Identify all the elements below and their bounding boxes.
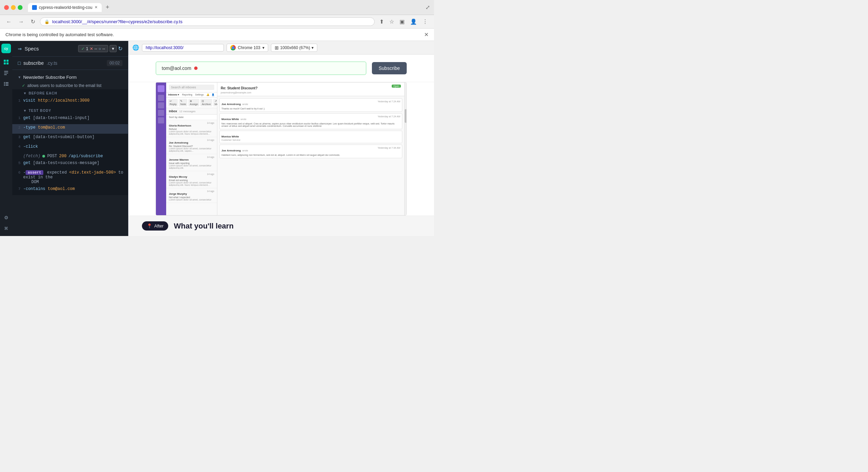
tab-title: cypress-realworld-testing-cou xyxy=(39,5,92,10)
sidebar-toggle-button[interactable]: ▣ xyxy=(397,17,407,26)
email-sender: Joe Armstrong xyxy=(169,141,188,144)
email-sender: Jorge Murphy xyxy=(169,192,187,195)
inbox-title: Inbox xyxy=(169,109,177,113)
email-nav-item[interactable] xyxy=(158,95,164,101)
email-preview: Lorem ipsum dolor sit amet, consectetur xyxy=(169,198,214,201)
cypress-panel: ⇒ Specs ✓ 1 ✕ -- ○ -- ▾ ↻ □ xyxy=(12,41,128,236)
line-number: 7 xyxy=(15,187,20,191)
app-url-bar[interactable]: http://localhost:3000/ xyxy=(142,44,224,51)
fetch-url: /api/subscribe xyxy=(69,154,103,159)
email-sender: Gladys Mccoy xyxy=(169,175,187,178)
active-tab[interactable]: cypress-realworld-testing-cou ✕ xyxy=(28,3,102,12)
email-time: 14 ago xyxy=(207,122,214,124)
email-list-item[interactable]: Gladys Mccoy14 ago Email not working Lor… xyxy=(166,171,217,188)
share-button[interactable]: ⬆ xyxy=(377,17,386,26)
new-tab-button[interactable]: + xyxy=(103,2,112,12)
avatar-icon[interactable]: 👤 xyxy=(212,93,215,96)
profile-button[interactable]: 👤 xyxy=(408,17,419,26)
email-subject: Refund xyxy=(169,128,214,130)
sidebar-item-keyboard[interactable]: ⌘ xyxy=(1,224,11,233)
svg-rect-2 xyxy=(4,62,6,64)
before-each-toggle-icon: ▼ xyxy=(23,91,27,95)
email-list-item[interactable]: Gloria Robertson14 ago Refund Lorem ipsu… xyxy=(166,120,217,137)
back-button[interactable]: ← xyxy=(4,17,14,26)
sidebar-item-dashboard[interactable] xyxy=(1,57,11,67)
keyword-click: -click xyxy=(23,144,38,149)
email-preview: Lorem ipsum dolor sit amet, consectetur … xyxy=(169,147,214,152)
email-subject: Issue with reporting xyxy=(169,162,214,164)
app-url-text: http://localhost:3000/ xyxy=(146,45,184,50)
settings-nav[interactable]: Settings xyxy=(195,93,204,96)
close-window-button[interactable] xyxy=(4,5,9,10)
refresh-tests-button[interactable]: ↻ xyxy=(118,45,122,52)
after-badge: 📍 After xyxy=(142,221,168,231)
sidebar-item-specs[interactable] xyxy=(1,68,11,78)
reply-button[interactable]: ↩ Reply xyxy=(168,99,178,106)
sort-label: Sort by date xyxy=(166,115,217,120)
info-bar-close-button[interactable]: ✕ xyxy=(424,31,429,38)
email-time: 14 ago xyxy=(207,173,214,175)
email-input-preview[interactable]: tom@aol.com xyxy=(156,61,366,75)
reporting-nav[interactable]: Reporting xyxy=(182,93,192,96)
archive-button[interactable]: ⊡ Archive xyxy=(200,99,212,106)
before-each-header[interactable]: ▼ BEFORE EACH xyxy=(12,89,128,97)
keyword-get: get xyxy=(23,161,31,165)
forward-button[interactable]: → xyxy=(16,17,26,26)
pin-icon: 📍 xyxy=(147,223,152,228)
check-icon: ✓ xyxy=(81,46,85,51)
tab-favicon xyxy=(32,5,37,10)
keyword-get: get xyxy=(23,116,31,120)
tab-close-icon[interactable]: ✕ xyxy=(95,5,98,10)
inboxes-nav[interactable]: Inboxes ▾ xyxy=(168,93,179,96)
note-button[interactable]: ✎ Note xyxy=(179,99,187,106)
email-list-item[interactable]: Jorge Murphy14 ago Not what I expected L… xyxy=(166,188,217,203)
thread-time: Yesterday at 7:34 AM xyxy=(378,147,400,149)
bell-icon[interactable]: 🔔 xyxy=(206,93,209,96)
menu-button[interactable]: ⋮ xyxy=(420,17,430,26)
failures-icon: ✕ xyxy=(90,46,93,51)
cypress-logo[interactable]: cy xyxy=(1,44,11,53)
before-each-label: BEFORE EACH xyxy=(29,91,57,95)
sidebar-item-list[interactable] xyxy=(1,79,11,89)
subscribe-button[interactable]: Subscribe xyxy=(372,62,407,74)
email-search[interactable]: Search all inboxes xyxy=(169,85,214,90)
sidebar-item-settings[interactable]: ⚙ xyxy=(1,213,11,222)
email-nav-item[interactable] xyxy=(158,117,164,123)
scrollbar[interactable] xyxy=(404,83,406,215)
thread-author: Joe Armstrong xyxy=(221,103,241,106)
browser-selector[interactable]: Chrome 103 ▾ xyxy=(227,44,268,52)
line-content: -assert expected <div.text-jade-500> to … xyxy=(23,170,125,185)
email-list-item[interactable]: Jerome Warren14 ago Issue with reporting… xyxy=(166,154,217,171)
line-number: 1 xyxy=(15,116,20,120)
filter-dropdown-button[interactable]: ▾ xyxy=(110,45,117,52)
test-body-header[interactable]: ▼ TEST BODY xyxy=(12,107,128,115)
resolution-selector[interactable]: ⊞ 1000x660 (67%) ▾ xyxy=(271,44,317,52)
bookmark-button[interactable]: ☆ xyxy=(387,17,396,26)
svg-rect-0 xyxy=(4,60,6,62)
email-subject: Not what I expected xyxy=(169,196,214,198)
refresh-button[interactable]: ↻ xyxy=(29,17,37,26)
email-list-item[interactable]: Joe Armstrong14 ago Re: Student Discount… xyxy=(166,137,217,154)
file-name: subscribe xyxy=(23,60,44,66)
thread-time: Yesterday at 7:24 AM xyxy=(378,100,400,103)
fetch-method: POST xyxy=(47,154,57,159)
assign-button[interactable]: ⊕ Assign xyxy=(188,99,199,106)
window-expand-icon[interactable]: ⤢ xyxy=(425,4,430,11)
thread-body: Nec maecenas sed ut aliquet. Cras ac pha… xyxy=(221,122,400,127)
keyword-type: -type xyxy=(23,125,35,130)
test-body-toggle-icon: ▼ xyxy=(23,109,27,113)
line-content: get [data-test=submit-button] xyxy=(23,135,125,139)
thread-author: Joe Armstrong xyxy=(221,149,241,152)
email-nav-item[interactable] xyxy=(158,110,164,116)
email-nav-item[interactable] xyxy=(158,102,164,108)
svg-point-11 xyxy=(4,85,5,86)
minimize-window-button[interactable] xyxy=(11,5,16,10)
fetch-keyword: (fetch) xyxy=(23,154,40,159)
maximize-window-button[interactable] xyxy=(18,5,23,10)
line-content: -contains tom@aol.com xyxy=(23,187,125,191)
address-bar[interactable]: 🔒 localhost:3000/__/#/specs/runner?file=… xyxy=(40,17,375,26)
assert-badge: assert xyxy=(26,170,43,175)
scrollbar-thumb[interactable] xyxy=(405,109,407,123)
subscribe-section: tom@aol.com Subscribe xyxy=(128,55,434,82)
suite-header[interactable]: ▼ Newsletter Subscribe Form xyxy=(12,73,128,82)
